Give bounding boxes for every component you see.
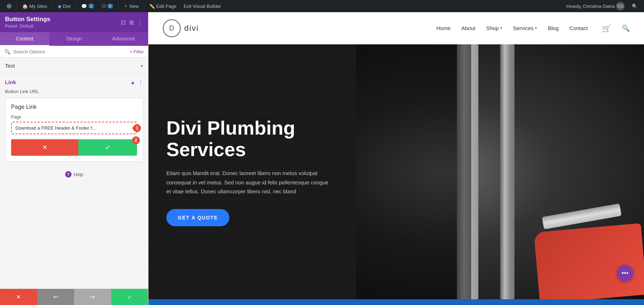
cart-icon[interactable]: 🛒 (602, 24, 611, 33)
page-select[interactable]: Download a FREE Header & Footer f... Hom… (11, 122, 137, 134)
save-button[interactable]: ✓ (111, 289, 148, 305)
admin-bar-right: Howdy, Christina Gwira CG 🔍 (564, 2, 640, 10)
site-logo[interactable]: D divi (163, 19, 199, 37)
wp-logo-item[interactable]: ⊕ (4, 0, 15, 12)
badge-1: 1 (133, 124, 141, 132)
panel-title: Button Settings (5, 16, 50, 23)
help-row[interactable]: ? Help (5, 167, 143, 182)
exit-label: Exit Visual Builder (184, 4, 221, 9)
edit-icon: ✏️ (149, 4, 155, 9)
divi-icon: ◉ (58, 4, 62, 9)
comments-icon: 💬 (81, 4, 87, 9)
link-section: Link ▲ ⋮ Button Link URL Page Link Page … (0, 74, 148, 187)
messages-item[interactable]: 🗨 0 (98, 0, 116, 12)
exit-builder-item[interactable]: Exit Visual Builder (181, 0, 224, 12)
layout-icon[interactable]: ⊞ (129, 19, 134, 26)
avatar: CG (616, 2, 625, 10)
confirm-wrapper: ✓ 2 (78, 139, 137, 156)
panel-tabs: Content Design Advanced (0, 32, 148, 46)
separator-3 (76, 3, 76, 9)
link-popup: Page Link Page Download a FREE Header & … (5, 98, 143, 162)
confirm-button[interactable]: ✓ (78, 139, 137, 156)
search-admin-icon: 🔍 (632, 4, 638, 9)
wp-icon: ⊕ (6, 2, 12, 10)
separator-2 (52, 3, 53, 9)
discard-button[interactable]: ✕ (0, 289, 37, 305)
cancel-button[interactable]: ✕ (11, 139, 78, 156)
link-more-icon[interactable]: ⋮ (138, 79, 143, 85)
howdy-text: Howdy, Christina Gwira (566, 4, 615, 9)
expand-icon[interactable]: ⊡ (121, 19, 126, 26)
comments-item[interactable]: 💬 2 (78, 0, 97, 12)
help-icon: ? (65, 171, 72, 178)
plus-icon: ＋ (123, 3, 128, 9)
tab-content[interactable]: Content (0, 32, 49, 46)
text-chevron-icon: ▾ (141, 63, 143, 69)
my-sites-label: My Sites (29, 4, 47, 9)
filter-button[interactable]: + Filter (130, 49, 144, 54)
dots-icon: ••• (622, 270, 629, 277)
panel-preset[interactable]: Preset: Default (5, 24, 50, 29)
panel-header: Button Settings Preset: Default ⊡ ⊞ ⋮ (0, 12, 148, 32)
page-select-row: Download a FREE Header & Footer f... Hom… (11, 122, 137, 134)
text-section: Text ▾ (0, 58, 148, 74)
get-quote-button[interactable]: GET A QUOTE (166, 209, 229, 226)
nav-about[interactable]: About (461, 25, 475, 31)
tab-advanced[interactable]: Advanced (99, 32, 148, 46)
pipe-2 (500, 44, 514, 299)
badge-2: 2 (132, 136, 140, 144)
hero-right: ••• (356, 44, 644, 299)
button-link-url-label: Button Link URL (5, 89, 143, 94)
search-admin-item[interactable]: 🔍 (629, 4, 640, 9)
divi-item[interactable]: ◉ Divi (55, 0, 74, 12)
nav-contact[interactable]: Contact (569, 25, 588, 31)
divi-label: Divi (63, 4, 71, 9)
my-sites-item[interactable]: 🏠 My Sites (19, 0, 50, 12)
nav-services[interactable]: Services ▾ (513, 25, 537, 31)
hero-left: Divi Plumbing Services Etiam quis blandi… (148, 44, 356, 299)
new-item[interactable]: ＋ New (121, 0, 142, 12)
howdy-item[interactable]: Howdy, Christina Gwira CG (564, 2, 628, 10)
link-section-icons: ▲ ⋮ (130, 79, 143, 85)
separator-5 (144, 3, 144, 9)
more-icon[interactable]: ⋮ (137, 19, 143, 26)
messages-badge: 0 (107, 4, 113, 9)
edit-page-item[interactable]: ✏️ Edit Page (146, 0, 179, 12)
hero-body: Etiam quis blandit erat. Donec laoreet l… (166, 169, 331, 196)
edit-page-label: Edit Page (156, 4, 176, 9)
panel-header-text: Button Settings Preset: Default (5, 16, 50, 29)
separator-4 (118, 3, 118, 9)
chevron-up-icon[interactable]: ▲ (130, 79, 135, 85)
search-bar: 🔍 + Filter (0, 46, 148, 58)
nav-shop[interactable]: Shop ▾ (486, 25, 502, 31)
search-input[interactable] (13, 49, 127, 54)
nav-blog[interactable]: Blog (548, 25, 558, 31)
hero-title: Divi Plumbing Services (166, 117, 338, 160)
glove-shape (534, 223, 644, 299)
messages-icon: 🗨 (101, 4, 106, 9)
search-icon: 🔍 (4, 49, 10, 54)
nav-home[interactable]: Home (436, 25, 450, 31)
page-label: Page (11, 115, 137, 120)
floating-menu-button[interactable]: ••• (617, 265, 633, 281)
logo-text: divi (184, 24, 199, 33)
dark-overlay (356, 44, 471, 299)
site-hero: Divi Plumbing Services Etiam quis blandi… (148, 44, 644, 299)
redo-button[interactable]: ↪ (74, 289, 111, 305)
undo-button[interactable]: ↩ (37, 289, 74, 305)
hero-image (356, 44, 644, 299)
tab-design[interactable]: Design (49, 32, 99, 46)
separator-1 (17, 3, 17, 9)
text-section-header[interactable]: Text ▾ (5, 58, 143, 74)
action-buttons: ✕ ✓ 2 (11, 139, 137, 156)
logo-circle: D (163, 19, 181, 37)
site-preview: D divi Home About Shop ▾ Services ▾ Blog… (148, 12, 644, 305)
text-section-title: Text (5, 63, 15, 69)
comments-badge: 2 (88, 4, 94, 9)
page-select-wrapper: Download a FREE Header & Footer f... Hom… (11, 122, 137, 134)
logo-d: D (169, 24, 174, 32)
nav-search-icon[interactable]: 🔍 (622, 24, 630, 32)
admin-bar: ⊕ 🏠 My Sites ◉ Divi 💬 2 🗨 0 ＋ New ✏️ Edi… (0, 0, 644, 12)
shop-chevron-icon: ▾ (500, 26, 502, 30)
nav-links: Home About Shop ▾ Services ▾ Blog Contac… (436, 24, 630, 33)
